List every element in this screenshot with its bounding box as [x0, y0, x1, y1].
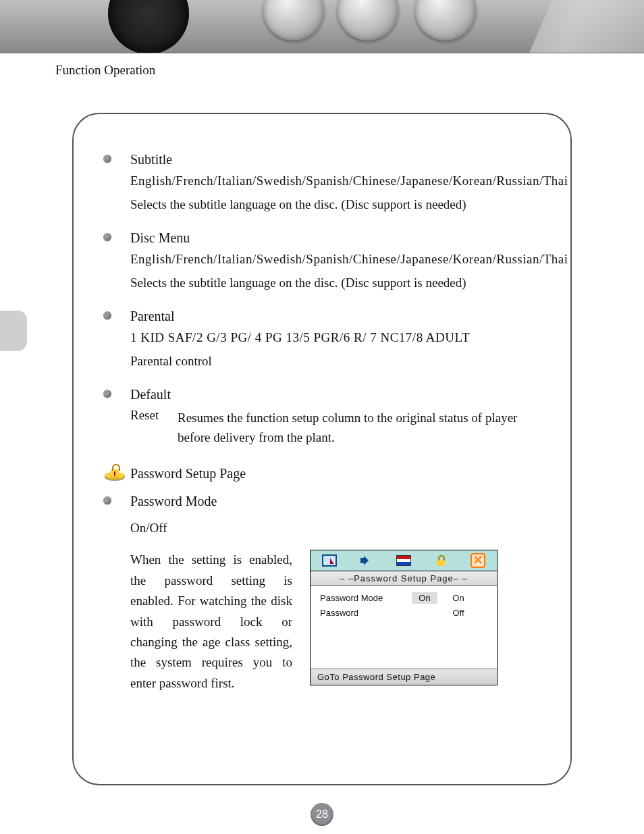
bullet-icon — [103, 390, 111, 398]
osd-tabbar — [311, 550, 497, 571]
password-setup-heading-text: Password Setup Page — [130, 466, 246, 481]
item-description: Parental control — [130, 352, 541, 371]
password-mode-description: When the setting is enabled, the passwor… — [130, 550, 292, 694]
item-subtitle: Subtitle English/French/Italian/Swedish/… — [103, 152, 541, 214]
lock-icon — [103, 464, 126, 481]
car-silhouette-decoration — [529, 0, 644, 53]
osd-titlebar: – –Password Setup Page– – — [311, 571, 497, 586]
item-options: On/Off — [130, 519, 541, 538]
item-options: English/French/Italian/Swedish/Spanish/C… — [130, 250, 541, 269]
osd-row: Password Mode On On — [320, 590, 490, 605]
item-title: Parental — [130, 309, 541, 324]
bullet-icon — [103, 311, 111, 319]
password-tab-icon — [433, 554, 448, 567]
osd-grid: Password Mode On On Password Off — [311, 586, 497, 669]
item-title: Password Mode — [130, 494, 541, 509]
climate-dial-decoration — [415, 0, 476, 41]
osd-row-label: Password Mode — [320, 593, 408, 603]
climate-dial-decoration — [263, 0, 324, 41]
osd-row-option: Off — [441, 608, 475, 618]
item-default: Default Reset Resumes the function setup… — [103, 387, 541, 448]
item-title: Disc Menu — [130, 230, 541, 246]
item-parental: Parental 1 KID SAF/2 G/3 PG/ 4 PG 13/5 P… — [103, 309, 541, 371]
bullet-icon — [103, 155, 111, 163]
osd-footer: GoTo Password Setup Page — [311, 669, 497, 685]
password-setup-heading: Password Setup Page — [103, 464, 541, 481]
page-thumb-tab — [0, 311, 27, 351]
item-title: Subtitle — [130, 152, 541, 167]
item-options: English/French/Italian/Swedish/Spanish/C… — [130, 172, 541, 191]
item-description: Selects the subtitle language on the dis… — [130, 195, 541, 215]
audio-tab-icon — [359, 554, 374, 567]
item-title: Default — [130, 387, 541, 402]
osd-row: Password Off — [320, 605, 490, 620]
section-label: Function Operation — [55, 63, 644, 78]
content-panel: Subtitle English/French/Italian/Swedish/… — [72, 113, 572, 785]
item-description: Selects the subtitle language on the dis… — [130, 273, 541, 293]
osd-row-value: On — [408, 593, 441, 603]
osd-row-label: Password — [320, 608, 408, 618]
osd-screenshot: – –Password Setup Page– – Password Mode … — [310, 550, 498, 685]
default-reset-label: Reset — [130, 408, 178, 448]
item-options: 1 KID SAF/2 G/3 PG/ 4 PG 13/5 PGR/6 R/ 7… — [130, 328, 541, 348]
page-number-badge: 28 — [311, 803, 333, 826]
bullet-icon — [103, 233, 111, 241]
item-disc-menu: Disc Menu English/French/Italian/Swedish… — [103, 230, 541, 292]
page-banner — [0, 0, 644, 53]
dashboard-gauge-decoration — [108, 0, 189, 53]
bullet-icon — [103, 496, 111, 504]
exit-tab-icon — [471, 554, 485, 567]
default-reset-description: Resumes the function setup column to the… — [178, 408, 541, 448]
language-tab-icon — [396, 554, 411, 567]
display-tab-icon — [322, 554, 337, 567]
item-password-mode: Password Mode On/Off When the setting is… — [103, 494, 541, 694]
osd-row-option: On — [441, 593, 475, 603]
climate-dial-decoration — [338, 0, 398, 41]
